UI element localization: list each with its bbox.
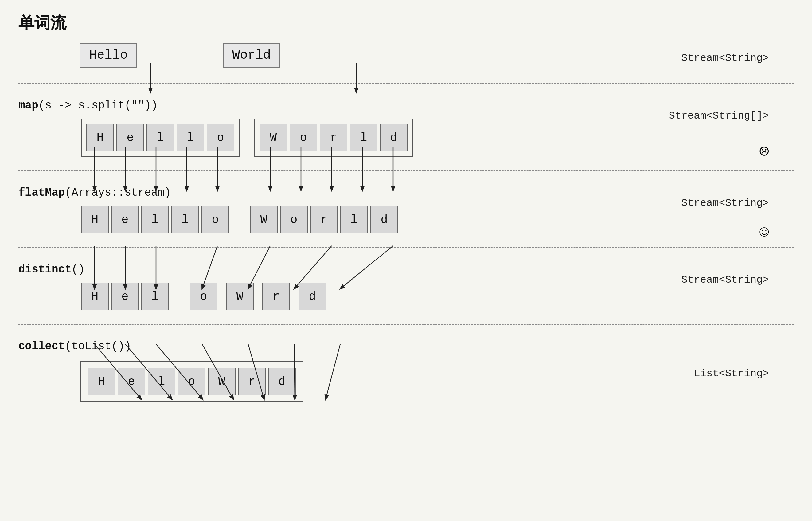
world-array-group: W o r l d [254, 118, 413, 157]
char-l-col: l [148, 368, 176, 395]
hello-array-group: H e l l o [81, 118, 239, 157]
char-W-flat: W [250, 206, 278, 233]
stream-type-map: Stream<String[]> [669, 110, 769, 122]
word-box-hello: Hello [80, 43, 137, 68]
emoji-happy: ☺ [760, 223, 769, 242]
page-title: 单词流 [18, 12, 794, 34]
char-l1-flat: l [141, 206, 169, 233]
char-d-dist: d [299, 282, 326, 310]
char-d-flat: d [370, 206, 398, 233]
word-box-world: World [223, 43, 280, 68]
char-e-dist: e [111, 282, 139, 310]
char-r-dist: r [262, 282, 290, 310]
stream-type-collect: List<String> [694, 368, 769, 379]
diagram: 单词流 [18, 12, 794, 420]
op-label-distinct: distinct() [18, 263, 794, 276]
char-H-flat: H [81, 206, 109, 233]
dashed-line-4 [18, 324, 794, 325]
char-o2-flat: o [280, 206, 308, 233]
char-d-map: d [380, 124, 408, 152]
char-r-col: r [238, 368, 266, 395]
char-l2-map: l [177, 124, 204, 152]
section-distinct: distinct() H e l o W r d Stream<String> [18, 257, 794, 315]
section-top: Hello World Stream<String> [18, 43, 794, 74]
section-flatmap: flatMap(Arrays::stream) H e l l o W o r … [18, 180, 794, 238]
dashed-line-1 [18, 83, 794, 84]
char-o-col: o [178, 368, 206, 395]
char-l1-map: l [146, 124, 174, 152]
flatmap-chars-row: H e l l o W o r l d [80, 205, 794, 235]
op-label-flatmap: flatMap(Arrays::stream) [18, 186, 794, 199]
char-o-map: o [207, 124, 234, 152]
char-W-dist: W [226, 282, 254, 310]
char-H-dist: H [81, 282, 109, 310]
char-o-flat: o [202, 206, 229, 233]
char-r-flat: r [310, 206, 338, 233]
char-l3-flat: l [340, 206, 368, 233]
dashed-line-3 [18, 247, 794, 248]
dashed-line-2 [18, 170, 794, 171]
char-W-map: W [259, 124, 287, 152]
char-l2-flat: l [171, 206, 199, 233]
section-collect: collect(toList()) H e l o W r d List<Str… [18, 334, 794, 420]
char-H-map: H [86, 124, 114, 152]
distinct-chars-row: H e l o W r d [80, 281, 794, 312]
stream-type-flatmap: Stream<String> [681, 197, 769, 209]
char-o-dist: o [190, 282, 217, 310]
char-l3-map: l [350, 124, 377, 152]
char-e-flat: e [111, 206, 139, 233]
stream-type-top: Stream<String> [681, 52, 769, 64]
char-d-col: d [268, 368, 296, 395]
char-l-dist: l [141, 282, 169, 310]
map-arrays-row: H e l l o W o r l d [80, 117, 794, 158]
stream-type-distinct: Stream<String> [681, 274, 769, 286]
char-e-col: e [118, 368, 145, 395]
section-map: map(s -> s.split("")) H e l l o W o r l … [18, 93, 794, 161]
collect-box: H e l o W r d [80, 361, 303, 402]
char-H-col: H [88, 368, 115, 395]
char-r-map: r [320, 124, 347, 152]
char-o2-map: o [289, 124, 317, 152]
char-W-col: W [208, 368, 236, 395]
emoji-sad: ☹ [760, 142, 769, 162]
char-e-map: e [116, 124, 144, 152]
op-label-collect: collect(toList()) [18, 340, 794, 353]
